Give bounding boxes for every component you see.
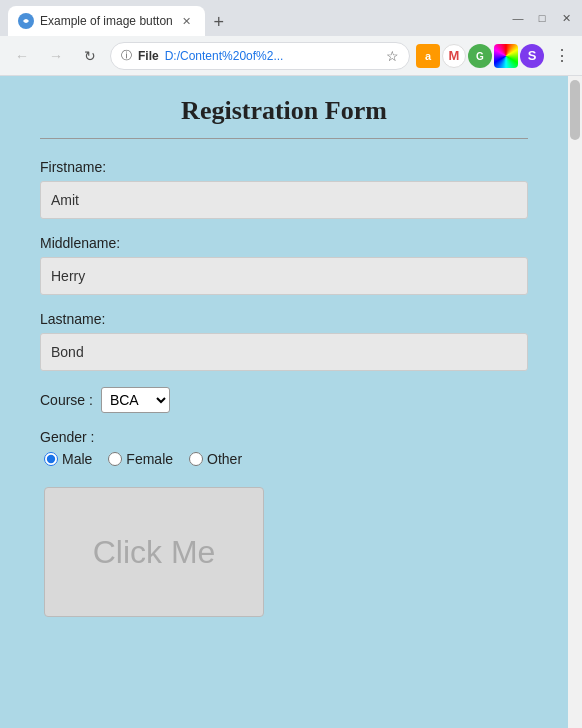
course-label: Course : xyxy=(40,392,93,408)
active-tab[interactable]: Example of image button ✕ xyxy=(8,6,205,36)
maximize-button[interactable]: □ xyxy=(534,10,550,26)
address-text: D:/Content%20of%2... xyxy=(165,49,380,63)
title-bar: Example of image button ✕ + — □ ✕ xyxy=(0,0,582,36)
gender-female-radio[interactable] xyxy=(108,452,122,466)
course-select[interactable]: BCA BBA BSc BCom xyxy=(101,387,170,413)
gender-other-option[interactable]: Other xyxy=(189,451,242,467)
page-content: Registration Form Firstname: Middlename:… xyxy=(0,76,582,728)
firstname-input[interactable] xyxy=(40,181,528,219)
forward-button[interactable]: → xyxy=(42,42,70,70)
gender-section: Gender : Male Female Other xyxy=(40,429,528,467)
middlename-label: Middlename: xyxy=(40,235,528,251)
green-extension-icon[interactable]: G xyxy=(468,44,492,68)
back-button[interactable]: ← xyxy=(8,42,36,70)
gender-male-radio[interactable] xyxy=(44,452,58,466)
address-input[interactable]: ⓘ File D:/Content%20of%2... ☆ xyxy=(110,42,410,70)
extension-icons: a M G S xyxy=(416,44,544,68)
window-controls: — □ ✕ xyxy=(510,10,574,26)
form-container: Registration Form Firstname: Middlename:… xyxy=(0,76,568,637)
gmail-extension-icon[interactable]: M xyxy=(442,44,466,68)
tab-favicon xyxy=(18,13,34,29)
firstname-group: Firstname: xyxy=(40,159,528,219)
submit-button[interactable]: Click Me xyxy=(44,487,264,617)
colorful-extension-icon[interactable] xyxy=(494,44,518,68)
gender-other-label: Other xyxy=(207,451,242,467)
browser-window: Example of image button ✕ + — □ ✕ ← → ↻ … xyxy=(0,0,582,728)
address-bar: ← → ↻ ⓘ File D:/Content%20of%2... ☆ a M … xyxy=(0,36,582,76)
lastname-group: Lastname: xyxy=(40,311,528,371)
profile-icon[interactable]: S xyxy=(520,44,544,68)
file-label: File xyxy=(138,49,159,63)
tab-close-button[interactable]: ✕ xyxy=(179,13,195,29)
browser-menu-button[interactable]: ⋮ xyxy=(550,44,574,68)
course-row: Course : BCA BBA BSc BCom xyxy=(40,387,528,413)
minimize-button[interactable]: — xyxy=(510,10,526,26)
gender-female-label: Female xyxy=(126,451,173,467)
page-title: Registration Form xyxy=(40,96,528,126)
amazon-extension-icon[interactable]: a xyxy=(416,44,440,68)
new-tab-button[interactable]: + xyxy=(205,8,233,36)
reload-button[interactable]: ↻ xyxy=(76,42,104,70)
lock-icon: ⓘ xyxy=(121,48,132,63)
gender-label: Gender : xyxy=(40,429,528,445)
close-button[interactable]: ✕ xyxy=(558,10,574,26)
middlename-group: Middlename: xyxy=(40,235,528,295)
middlename-input[interactable] xyxy=(40,257,528,295)
gender-female-option[interactable]: Female xyxy=(108,451,173,467)
gender-other-radio[interactable] xyxy=(189,452,203,466)
gender-options: Male Female Other xyxy=(40,451,528,467)
title-divider xyxy=(40,138,528,139)
firstname-label: Firstname: xyxy=(40,159,528,175)
svg-text:G: G xyxy=(476,51,484,62)
scrollbar[interactable] xyxy=(568,76,582,728)
tab-title: Example of image button xyxy=(40,14,173,28)
bookmark-icon[interactable]: ☆ xyxy=(386,48,399,64)
gender-male-option[interactable]: Male xyxy=(44,451,92,467)
lastname-input[interactable] xyxy=(40,333,528,371)
lastname-label: Lastname: xyxy=(40,311,528,327)
tab-area: Example of image button ✕ + xyxy=(8,0,506,36)
gender-male-label: Male xyxy=(62,451,92,467)
scroll-thumb[interactable] xyxy=(570,80,580,140)
